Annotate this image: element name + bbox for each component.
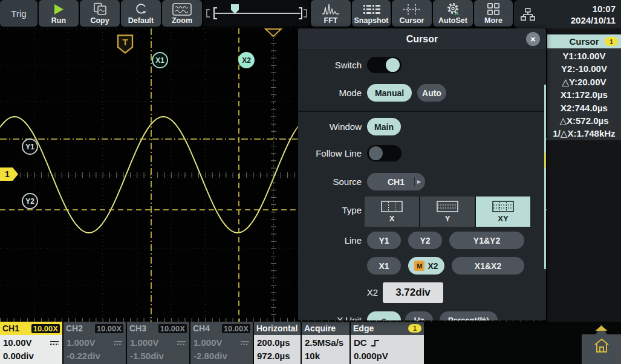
ch1-name: CH1 <box>2 323 19 333</box>
xunit-hz-button[interactable]: Hz <box>405 311 433 320</box>
ch2-offset: -0.22div <box>67 349 123 363</box>
run-label: Run <box>51 16 66 25</box>
home-icon[interactable] <box>593 336 611 358</box>
top-toolbar: Trig Run Copy Default <box>0 0 621 28</box>
default-label: Default <box>128 16 154 25</box>
scrollbar-marker <box>544 153 546 167</box>
measurement-dx: △X:572.0µs <box>547 114 621 127</box>
measurement-x1: X1:172.0µs <box>547 88 621 101</box>
trig-button[interactable]: Trig <box>0 0 37 27</box>
run-button[interactable]: Run <box>39 0 79 27</box>
type-xy-label: XY <box>498 215 508 223</box>
cursor-switch-toggle[interactable] <box>367 57 402 73</box>
snapshot-list-icon <box>362 2 380 16</box>
expand-up-chevron-icon[interactable] <box>595 323 608 334</box>
type-x-label: X <box>389 215 395 223</box>
line-y1y2-button[interactable]: Y1&Y2 <box>449 232 524 249</box>
follow-line-toggle[interactable] <box>367 145 402 161</box>
line-y1-button[interactable]: Y1 <box>367 232 401 249</box>
slider-outer-left-bracket <box>206 9 210 18</box>
more-button[interactable]: More <box>474 0 513 27</box>
fft-spectrum-icon <box>322 2 340 16</box>
line-y2-button[interactable]: Y2 <box>408 232 442 249</box>
ch1-probe-badge: 10.00X <box>31 324 60 333</box>
xunit-s-button[interactable]: s <box>367 311 401 320</box>
datetime: 10:07 2024/10/11 <box>571 3 621 26</box>
manual-knob-badge: M <box>414 261 424 271</box>
type-x-button[interactable]: X <box>365 197 419 227</box>
ch3-probe-badge: 10.00X <box>158 324 187 333</box>
window-main-button[interactable]: Main <box>367 118 401 135</box>
dropdown-caret-icon: ▸ <box>414 177 421 186</box>
type-xy-button[interactable]: XY <box>476 197 530 227</box>
line-x1x2-button[interactable]: X1&X2 <box>452 257 524 275</box>
cursor-y2-handle[interactable]: Y2 <box>22 193 38 209</box>
network-icon <box>520 7 536 22</box>
measurement-y1: Y1:10.00V <box>547 50 621 62</box>
cursor-y1-handle[interactable]: Y1 <box>22 138 38 155</box>
run-icon <box>54 2 64 16</box>
dialog-scrollbar[interactable] <box>544 85 546 269</box>
follow-line-label: Follow Line <box>298 148 362 158</box>
source-dropdown[interactable]: CH1 ▸ <box>367 173 425 190</box>
snapshot-button[interactable]: Snapshot <box>352 0 391 27</box>
horizontal-title: Horizontal <box>256 323 297 333</box>
sample-rate: 2.5MSa/s <box>305 336 346 349</box>
clock: 10:07 2024/10/11 <box>514 0 621 28</box>
toggle-knob <box>386 58 400 72</box>
cursor-x1-handle[interactable]: X1 <box>152 52 168 68</box>
xunit-percent-button[interactable]: Percent(%) <box>440 311 498 320</box>
more-label: More <box>484 16 502 25</box>
dc-coupling-icon <box>50 340 59 346</box>
acquire-tile[interactable]: Acquire 2.5MSa/s 10k <box>302 322 350 364</box>
copy-icon <box>93 2 108 16</box>
fft-button[interactable]: FFT <box>311 0 351 27</box>
window-label: Window <box>298 122 362 132</box>
measurement-dy: △Y:20.00V <box>547 76 621 88</box>
quick-menu-corner <box>582 322 621 364</box>
trigger-flag-label: T <box>122 37 128 47</box>
type-y-button[interactable]: Y <box>420 197 475 227</box>
trigger-coupling: DC <box>354 336 367 349</box>
mode-auto-button[interactable]: Auto <box>417 84 446 102</box>
slider-track <box>215 13 301 14</box>
line-x2-button[interactable]: M X2 <box>408 257 444 275</box>
close-icon[interactable]: × <box>526 32 540 46</box>
zoom-button[interactable]: Zoom <box>162 0 202 27</box>
channel-tile-ch2[interactable]: CH2 10.00X 1.000V -0.22div <box>63 322 126 364</box>
toggle-knob <box>369 146 383 160</box>
copy-button[interactable]: Copy <box>80 0 120 27</box>
slider-inner-right-bracket <box>299 7 302 19</box>
type-y-label: Y <box>445 215 450 223</box>
horizontal-tile[interactable]: Horizontal 200.0µs 972.0µs <box>254 322 301 364</box>
trigger-tile[interactable]: Edge 1 DC 0.000pV <box>351 322 424 364</box>
channel-tile-ch3[interactable]: CH3 10.00X 1.000V -1.50div <box>127 322 189 364</box>
more-grid-icon <box>487 2 500 16</box>
cursor-results-header[interactable]: Cursor 1 <box>547 34 621 48</box>
snapshot-label: Snapshot <box>354 16 389 25</box>
channel-tile-ch4[interactable]: CH4 10.00X 1.000V -2.80div <box>190 322 253 364</box>
autoset-button[interactable]: A AutoSet <box>433 0 473 27</box>
time-text: 10:07 <box>571 3 616 15</box>
dialog-title: Cursor <box>406 34 438 45</box>
autoset-label: AutoSet <box>438 16 467 25</box>
default-button[interactable]: Default <box>121 0 161 27</box>
trigger-title: Edge <box>353 323 374 333</box>
trigger-source-badge: 1 <box>408 324 421 333</box>
channel-tile-ch1[interactable]: CH1 10.00X 10.00V 0.00div <box>0 322 62 364</box>
line-x1-button[interactable]: X1 <box>367 257 401 275</box>
horizontal-position-slider[interactable] <box>203 0 310 27</box>
cursor-button[interactable]: Cursor <box>392 0 432 27</box>
cursor-x2-handle[interactable]: X2 <box>238 52 255 68</box>
measurement-sidebar: Cursor 1 Y1:10.00V Y2:-10.00V △Y:20.00V … <box>547 28 621 322</box>
type-xy-icon <box>492 201 514 214</box>
zoom-window-icon <box>172 2 192 16</box>
horizontal-trigger-position-marker[interactable] <box>264 28 282 39</box>
ch4-offset: -2.80div <box>193 349 250 363</box>
mode-manual-button[interactable]: Manual <box>367 84 412 102</box>
source-label: Source <box>298 177 362 187</box>
type-label: Type <box>298 205 362 215</box>
x2-value-field[interactable]: 3.72div <box>383 282 443 303</box>
xunit-label: X Unit <box>298 315 362 320</box>
trigger-flag-marker[interactable]: T <box>117 34 134 56</box>
